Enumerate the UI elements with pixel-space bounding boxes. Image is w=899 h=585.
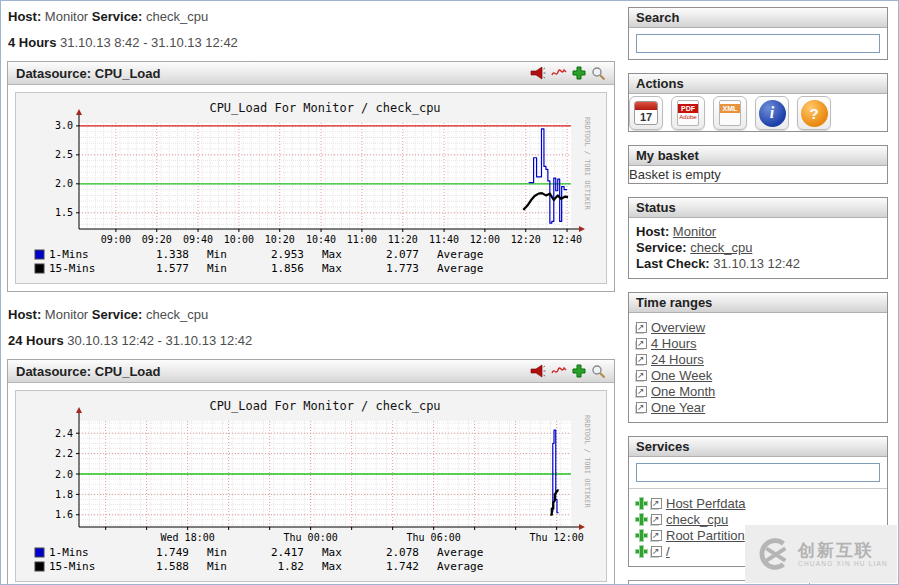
svg-text:Average: Average: [437, 546, 483, 559]
period-line: 24 Hours 30.10.13 12:42 - 31.10.13 12:42: [8, 333, 621, 348]
svg-text:Min: Min: [207, 546, 227, 559]
sparkline-icon[interactable]: [551, 364, 567, 378]
svg-text:12:20: 12:20: [511, 234, 541, 245]
svg-text:2.417: 2.417: [271, 546, 304, 559]
host-service-line: Host: Monitor Service: check_cpu: [8, 307, 621, 322]
magnifier-icon[interactable]: [591, 66, 606, 81]
search-box: Search: [628, 7, 888, 60]
svg-text:12:00: 12:00: [470, 234, 500, 245]
svg-text:1.856: 1.856: [271, 262, 304, 275]
service-value: check_cpu: [146, 9, 208, 24]
open-window-icon: [636, 386, 647, 397]
time-range-link-one-year[interactable]: One Year: [651, 400, 705, 415]
add-icon[interactable]: [636, 498, 647, 509]
service-label: Service:: [92, 307, 143, 322]
svg-text:Max: Max: [322, 262, 342, 275]
add-to-basket-icon[interactable]: [572, 364, 586, 378]
time-ranges-header: Time ranges: [629, 293, 887, 313]
help-icon[interactable]: ?: [797, 96, 831, 130]
datasource-actions: [530, 364, 606, 379]
svg-text:Thu 06:00: Thu 06:00: [407, 532, 461, 543]
svg-text:1.6: 1.6: [55, 509, 73, 520]
search-input[interactable]: [636, 34, 880, 53]
sparkline-icon[interactable]: [551, 66, 567, 80]
svg-text:09:00: 09:00: [101, 234, 131, 245]
svg-text:Min: Min: [207, 262, 227, 275]
add-icon[interactable]: [636, 530, 647, 541]
period-label: 4 Hours: [8, 35, 56, 50]
xml-export-icon[interactable]: XML: [713, 96, 747, 130]
svg-text:11:00: 11:00: [347, 234, 377, 245]
open-window-icon: [651, 498, 662, 509]
services-filter-input[interactable]: [636, 463, 880, 482]
svg-text:1.577: 1.577: [156, 262, 189, 275]
sidebar: Search Actions 17 PDF Adobe: [621, 1, 894, 584]
svg-text:10:40: 10:40: [306, 234, 336, 245]
add-icon[interactable]: [636, 514, 647, 525]
time-range-link-24-hours[interactable]: 24 Hours: [651, 352, 704, 367]
svg-text:Thu 00:00: Thu 00:00: [284, 532, 338, 543]
svg-text:1.749: 1.749: [156, 546, 189, 559]
megaphone-icon[interactable]: [530, 364, 546, 378]
service-value: check_cpu: [146, 307, 208, 322]
service-link-check-cpu[interactable]: check_cpu: [666, 512, 728, 527]
datasource-box: Datasource: CPU_Load: [7, 61, 615, 292]
time-range-link-4-hours[interactable]: 4 Hours: [651, 336, 697, 351]
host-label: Host:: [8, 9, 41, 24]
rrd-graph: 1.52.02.53.009:0009:2009:4010:0010:2010:…: [19, 97, 603, 279]
datasource-actions: [530, 66, 606, 81]
basket-empty-text: Basket is empty: [629, 166, 887, 183]
megaphone-icon[interactable]: [530, 66, 546, 80]
svg-text:10:00: 10:00: [224, 234, 254, 245]
time-range-link-one-month[interactable]: One Month: [651, 384, 715, 399]
svg-text:1.82: 1.82: [278, 560, 305, 573]
calendar-icon[interactable]: 17: [629, 96, 663, 130]
svg-text:09:20: 09:20: [142, 234, 172, 245]
service-link-root-partition[interactable]: Root Partition: [666, 528, 745, 543]
svg-text:Thu 12:00: Thu 12:00: [530, 532, 584, 543]
info-icon[interactable]: i: [755, 96, 789, 130]
host-value: Monitor: [45, 9, 88, 24]
status-service-link[interactable]: check_cpu: [690, 240, 752, 255]
time-range-link-overview[interactable]: Overview: [651, 320, 705, 335]
service-link-root-slash[interactable]: /: [666, 544, 670, 559]
add-icon[interactable]: [636, 546, 647, 557]
open-window-icon: [636, 322, 647, 333]
open-window-icon: [651, 514, 662, 525]
host-label: Host:: [8, 307, 41, 322]
svg-text:09:40: 09:40: [183, 234, 213, 245]
graph-panel: 1.61.82.02.22.4Wed 18:00Thu 00:00Thu 06:…: [15, 390, 607, 582]
open-window-icon: [636, 370, 647, 381]
datasource-title: Datasource: CPU_Load: [16, 66, 160, 81]
svg-text:10:20: 10:20: [265, 234, 295, 245]
calendar-day: 17: [635, 110, 657, 125]
svg-text:12:40: 12:40: [552, 234, 582, 245]
svg-text:2.2: 2.2: [55, 448, 73, 459]
open-window-icon: [636, 402, 647, 413]
datasource-title: Datasource: CPU_Load: [16, 364, 160, 379]
svg-text:1-Mins: 1-Mins: [49, 248, 89, 261]
status-box: Status Host: Monitor Service: check_cpu …: [628, 197, 888, 279]
add-to-basket-icon[interactable]: [572, 66, 586, 80]
svg-text:1.8: 1.8: [55, 489, 73, 500]
status-host-link[interactable]: Monitor: [673, 224, 716, 239]
datasource-bar: Datasource: CPU_Load: [8, 360, 614, 383]
svg-text:2.0: 2.0: [55, 178, 73, 189]
svg-text:1.773: 1.773: [386, 262, 419, 275]
magnifier-icon[interactable]: [591, 364, 606, 379]
pnp4nagios-page: { "sections": [ { "host_label": "Host:",…: [0, 0, 899, 585]
services-header: Services: [629, 437, 887, 457]
service-link-host-perfdata[interactable]: Host Perfdata: [666, 496, 746, 511]
svg-text:2.5: 2.5: [55, 149, 73, 160]
svg-text:2.4: 2.4: [55, 428, 73, 439]
svg-text:RRDTOOL / TOBI OETIKER: RRDTOOL / TOBI OETIKER: [583, 415, 591, 509]
cx-logo-icon: [754, 535, 792, 573]
pdf-export-icon[interactable]: PDF Adobe: [671, 96, 705, 130]
basket-header: My basket: [629, 146, 887, 166]
status-service-label: Service:: [636, 240, 687, 255]
graph-panel: 1.52.02.53.009:0009:2009:4010:0010:2010:…: [15, 92, 607, 284]
svg-text:3.0: 3.0: [55, 120, 73, 131]
svg-text:Min: Min: [207, 560, 227, 573]
svg-text:Average: Average: [437, 248, 483, 261]
time-range-link-one-week[interactable]: One Week: [651, 368, 712, 383]
